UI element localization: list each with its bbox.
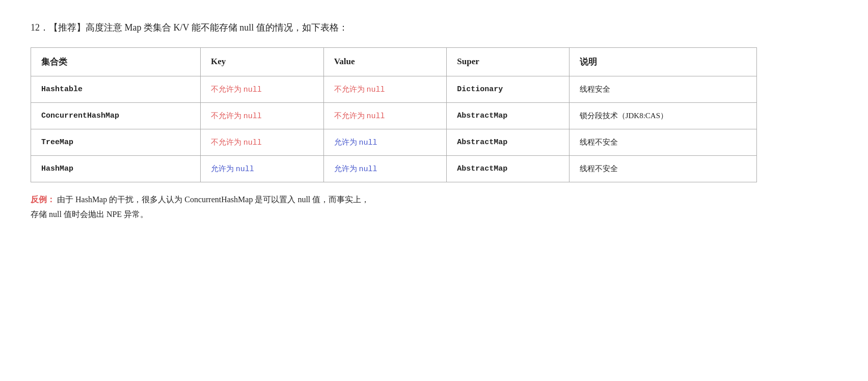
footer-text-line1: 由于 HashMap 的干扰，很多人认为 ConcurrentHashMap 是… bbox=[55, 195, 369, 204]
map-null-table: 集合类 Key Value Super 说明 Hashtable不允许为 nul… bbox=[31, 47, 757, 182]
cell-note: 锁分段技术（JDK8:CAS） bbox=[569, 102, 756, 129]
cell-value: 允许为 null bbox=[323, 155, 447, 182]
cell-super: AbstractMap bbox=[447, 129, 569, 155]
cell-super: AbstractMap bbox=[447, 155, 569, 182]
table-row: TreeMap不允许为 null允许为 nullAbstractMap线程不安全 bbox=[31, 129, 757, 155]
cell-note: 线程安全 bbox=[569, 76, 756, 102]
cell-class: ConcurrentHashMap bbox=[31, 102, 201, 129]
cell-note: 线程不安全 bbox=[569, 129, 756, 155]
cell-super: Dictionary bbox=[447, 76, 569, 102]
col-header-class: 集合类 bbox=[31, 47, 201, 76]
cell-value: 允许为 null bbox=[323, 129, 447, 155]
table-header-row: 集合类 Key Value Super 说明 bbox=[31, 47, 757, 76]
cell-key: 不允许为 null bbox=[201, 102, 324, 129]
recommend-label: 推荐 bbox=[58, 22, 76, 33]
section-heading: 12．【推荐】高度注意 Map 类集合 K/V 能不能存储 null 值的情况，… bbox=[31, 20, 837, 35]
col-header-value: Value bbox=[323, 47, 447, 76]
footer-section: 反例： 由于 HashMap 的干扰，很多人认为 ConcurrentHashM… bbox=[31, 193, 757, 222]
col-header-key: Key bbox=[201, 47, 324, 76]
cell-super: AbstractMap bbox=[447, 102, 569, 129]
cell-class: TreeMap bbox=[31, 129, 201, 155]
cell-class: Hashtable bbox=[31, 76, 201, 102]
heading-text: 高度注意 Map 类集合 K/V 能不能存储 null 值的情况，如下表格： bbox=[86, 22, 348, 33]
table-row: HashMap允许为 null允许为 nullAbstractMap线程不安全 bbox=[31, 155, 757, 182]
table-row: ConcurrentHashMap不允许为 null不允许为 nullAbstr… bbox=[31, 102, 757, 129]
cell-note: 线程不安全 bbox=[569, 155, 756, 182]
cell-key: 不允许为 null bbox=[201, 76, 324, 102]
cell-value: 不允许为 null bbox=[323, 76, 447, 102]
cell-key: 不允许为 null bbox=[201, 129, 324, 155]
bracket-open: 【 bbox=[49, 22, 58, 33]
footer-text-line2: 存储 null 值时会抛出 NPE 异常。 bbox=[31, 210, 148, 219]
col-header-note: 说明 bbox=[569, 47, 756, 76]
table-row: Hashtable不允许为 null不允许为 nullDictionary线程安… bbox=[31, 76, 757, 102]
fan-li-label: 反例： bbox=[31, 195, 55, 204]
heading-number: 12． bbox=[31, 22, 49, 33]
cell-value: 不允许为 null bbox=[323, 102, 447, 129]
cell-key: 允许为 null bbox=[201, 155, 324, 182]
cell-class: HashMap bbox=[31, 155, 201, 182]
bracket-close: 】 bbox=[76, 22, 86, 33]
col-header-super: Super bbox=[447, 47, 569, 76]
